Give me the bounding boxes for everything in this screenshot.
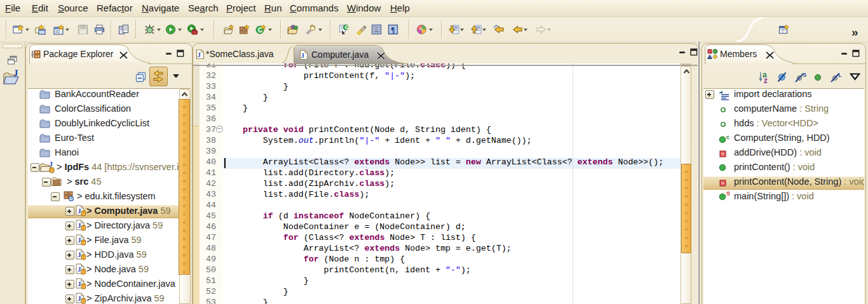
- svg-text:G: G: [345, 24, 349, 30]
- svg-text:J: J: [50, 161, 53, 168]
- svg-text:L: L: [838, 72, 842, 78]
- svg-text:¶: ¶: [391, 25, 395, 34]
- svg-text:J: J: [13, 69, 18, 78]
- svg-text:J: J: [198, 51, 201, 58]
- svg-text:J: J: [78, 236, 81, 244]
- svg-text:J: J: [78, 280, 81, 287]
- svg-text:z: z: [764, 76, 768, 84]
- svg-text:J: J: [78, 207, 81, 215]
- svg-text:J: J: [78, 265, 81, 273]
- svg-text:C: C: [258, 27, 262, 34]
- svg-text:J: J: [78, 294, 81, 302]
- svg-text:J: J: [301, 51, 305, 59]
- svg-text:c: c: [726, 135, 729, 140]
- svg-text:J: J: [78, 221, 81, 229]
- svg-text:S: S: [726, 190, 730, 197]
- svg-text:S: S: [803, 72, 806, 78]
- svg-text:J: J: [78, 251, 81, 258]
